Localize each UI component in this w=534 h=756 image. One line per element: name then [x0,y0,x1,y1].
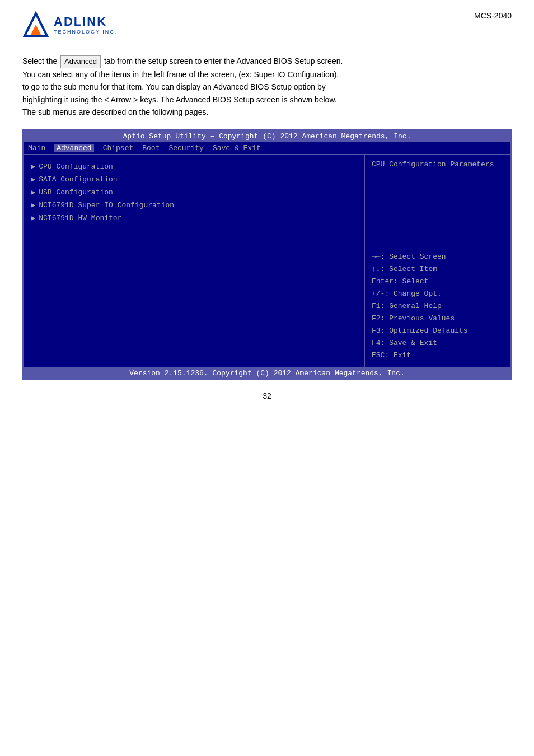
desc-line4: highlighting it using the < Arrow > keys… [22,94,512,106]
bios-divider [372,246,504,246]
entry-arrow-sata: ▶ [31,175,35,184]
key-help-line-4: +/-: Change Opt. [372,288,504,300]
bios-screen: Aptio Setup Utility – Copyright (C) 2012… [22,129,512,380]
bios-entry-cpu-label: CPU Configuration [39,162,113,171]
key-help-line-7: F3: Optimized Defaults [372,325,504,337]
bios-right-panel: CPU Configuration Parameters →←: Select … [365,155,510,367]
logo-area: ADLINK TECHNOLOGY INC. [22,11,117,38]
bios-menu-security[interactable]: Security [168,144,203,152]
desc-line2: You can select any of the items in the l… [22,68,512,81]
logo-adlink-label: ADLINK [54,15,117,29]
bios-entry-super-io-label: NCT6791D Super IO Configuration [39,201,174,209]
logo-sub-label: TECHNOLOGY INC. [54,29,117,35]
bios-entry-usb[interactable]: ▶ USB Configuration [29,187,359,198]
key-help-line-1: →←: Select Screen [372,251,504,263]
bios-menu-chipset[interactable]: Chipset [103,144,134,152]
key-help-line-6: F2: Previous Values [372,312,504,325]
model-number: MCS-2040 [474,11,512,20]
desc-line1-after: tab from the setup screen to enter the A… [104,57,343,66]
entry-arrow-super-io: ▶ [31,201,35,209]
svg-marker-1 [30,25,41,36]
page-number: 32 [22,391,512,400]
bios-title-bar: Aptio Setup Utility – Copyright (C) 2012… [24,130,510,142]
entry-arrow-hw-monitor: ▶ [31,214,35,222]
bios-menu-save-exit[interactable]: Save & Exit [213,144,261,152]
bios-menu-main[interactable]: Main [28,144,45,152]
description-text: Select the Advanced tab from the setup s… [22,55,512,118]
bios-footer: Version 2.15.1236. Copyright (C) 2012 Am… [24,367,510,379]
key-help-line-9: ESC: Exit [372,349,504,362]
bios-entry-cpu[interactable]: ▶ CPU Configuration [29,161,359,172]
key-help-line-5: F1: General Help [372,300,504,312]
bios-menu-bar: Main Advanced Chipset Boot Security Save… [24,142,510,155]
bios-entry-hw-monitor[interactable]: ▶ NCT6791D HW Monitor [29,213,359,223]
desc-line5: The sub menus are described on the follo… [22,106,512,118]
bios-entry-usb-label: USB Configuration [39,188,113,197]
adlink-logo-icon [22,11,49,38]
advanced-tab-highlight: Advanced [60,55,101,68]
bios-key-help-section: →←: Select Screen ↑↓: Select Item Enter:… [372,241,504,362]
logo-text: ADLINK TECHNOLOGY INC. [54,15,117,35]
bios-menu-advanced[interactable]: Advanced [54,144,93,152]
key-help-line-3: Enter: Select [372,276,504,288]
bios-entry-super-io[interactable]: ▶ NCT6791D Super IO Configuration [29,200,359,211]
bios-content: ▶ CPU Configuration ▶ SATA Configuration… [24,155,510,367]
bios-entry-sata[interactable]: ▶ SATA Configuration [29,174,359,185]
bios-left-panel: ▶ CPU Configuration ▶ SATA Configuration… [24,155,365,367]
entry-arrow-usb: ▶ [31,188,35,197]
page-header: ADLINK TECHNOLOGY INC. MCS-2040 [22,11,512,38]
bios-help-text: CPU Configuration Parameters [372,160,504,169]
key-help-line-8: F4: Save & Exit [372,337,504,349]
desc-line3: to go to the sub menu for that item. You… [22,81,512,93]
bios-key-help: →←: Select Screen ↑↓: Select Item Enter:… [372,251,504,362]
bios-entry-sata-label: SATA Configuration [39,175,117,184]
key-help-line-2: ↑↓: Select Item [372,263,504,276]
desc-line1-before: Select the [22,57,57,66]
entry-arrow-cpu: ▶ [31,162,35,171]
bios-menu-boot[interactable]: Boot [142,144,160,152]
bios-entry-hw-monitor-label: NCT6791D HW Monitor [39,214,121,222]
